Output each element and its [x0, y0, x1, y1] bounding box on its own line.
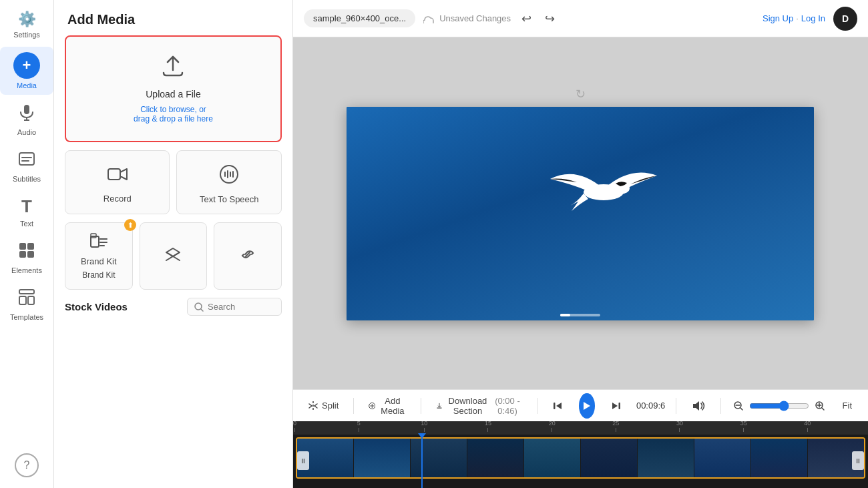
add-media-label: Add Media [379, 396, 406, 416]
text-icon: T [21, 196, 32, 217]
ruler-tick-5: 5 [357, 421, 361, 432]
video-frame [347, 107, 814, 320]
divider-1 [353, 398, 354, 414]
play-icon [582, 401, 592, 411]
add-media-button[interactable]: Add Media [365, 393, 410, 419]
sidebar-item-media[interactable]: + Media [0, 47, 53, 95]
sidebar-label-settings: Settings [13, 31, 40, 39]
clip-frame-2 [354, 439, 410, 477]
bird-image [544, 152, 664, 232]
video-progress-fill [560, 314, 570, 316]
upload-title: Upload a File [146, 89, 201, 99]
timeline-clip[interactable] [296, 437, 865, 479]
audio-icon [17, 103, 36, 126]
clip-end-handle[interactable]: ⏸ [852, 451, 864, 470]
svg-rect-29 [437, 407, 441, 408]
text-to-speech-label: Text To Speech [200, 194, 259, 204]
sidebar-item-elements[interactable]: Elements [0, 236, 53, 280]
zoom-out-button[interactable] [732, 399, 745, 413]
svg-rect-0 [24, 105, 29, 114]
record-icon [107, 165, 128, 188]
svg-rect-10 [19, 290, 34, 294]
sidebar-item-subtitles[interactable]: Subtitles [0, 144, 53, 188]
clip-frame-4 [467, 439, 523, 477]
dropbox-card[interactable] [140, 222, 208, 290]
svg-line-38 [822, 408, 824, 410]
settings-icon: ⚙️ [18, 11, 36, 28]
skip-forward-button[interactable] [606, 398, 626, 414]
sidebar-item-text[interactable]: T Text [0, 191, 53, 233]
svg-rect-7 [27, 243, 34, 250]
upload-browse-link[interactable]: browse [169, 105, 195, 114]
ruler-tick-20: 20 [549, 421, 556, 432]
video-frame-container: ↻ [347, 107, 814, 320]
time-display: 00:09:6 [636, 401, 665, 411]
dropbox-icon [164, 245, 182, 268]
divider-4 [676, 398, 676, 414]
zoom-controls [732, 399, 827, 413]
upload-icon [160, 54, 186, 83]
svg-rect-6 [19, 243, 26, 250]
panel-content: Upload a File Click to browse, ordrag & … [54, 35, 292, 488]
media-icon: + [13, 52, 40, 79]
svg-rect-9 [27, 251, 34, 258]
skip-forward-icon [610, 401, 622, 411]
upgrade-badge: ⬆ [124, 219, 136, 231]
help-button[interactable]: ? [15, 453, 39, 477]
user-avatar[interactable]: D [833, 7, 857, 31]
elements-icon [17, 241, 36, 264]
fit-button[interactable]: Fit [837, 398, 857, 413]
ruler-tick-0: 0 [293, 421, 296, 432]
sign-up-link[interactable]: Sign Up [763, 13, 793, 23]
ruler-tick-25: 25 [612, 421, 619, 432]
upload-file-box[interactable]: Upload a File Click to browse, ordrag & … [65, 35, 282, 142]
svg-rect-8 [19, 251, 26, 258]
volume-button[interactable] [687, 398, 710, 414]
download-section-button[interactable]: Download Section (0:00 - 0:46) [432, 393, 526, 419]
zoom-out-icon [733, 401, 744, 411]
volume-icon [691, 401, 706, 411]
search-icon [194, 302, 204, 312]
stock-search-box[interactable] [187, 298, 282, 316]
divider-5 [720, 398, 721, 414]
redo-button[interactable]: ↪ [542, 9, 558, 29]
zoom-slider-input[interactable] [749, 401, 809, 411]
sidebar-item-audio[interactable]: Audio [0, 97, 53, 142]
sidebar-label-media: Media [17, 81, 37, 89]
templates-icon [17, 288, 36, 310]
clip-frame-5 [524, 439, 580, 477]
sidebar-label-elements: Elements [11, 266, 42, 274]
clip-start-handle[interactable]: ⏸ [297, 451, 309, 470]
svg-rect-12 [28, 296, 34, 304]
undo-button[interactable]: ↩ [519, 9, 534, 29]
unsaved-status: Unsaved Changes [423, 13, 511, 23]
link-card[interactable] [214, 222, 282, 290]
log-in-link[interactable]: Log In [801, 13, 825, 23]
record-label: Record [103, 194, 132, 204]
timeline-track[interactable]: ⏸ ⏸ [296, 437, 865, 484]
split-label: Split [322, 401, 339, 411]
split-button[interactable]: Split [304, 398, 343, 414]
brand-kit-icon [89, 232, 108, 252]
zoom-in-icon [815, 401, 825, 411]
subtitles-icon [17, 150, 36, 172]
zoom-in-button[interactable] [813, 399, 827, 413]
record-card[interactable]: Record [65, 150, 170, 214]
brand-kit-card[interactable]: ⬆ Brand Kit Brand Kit [65, 222, 133, 290]
ruler-tick-30: 30 [676, 421, 683, 432]
text-to-speech-card[interactable]: Text To Speech [176, 150, 282, 214]
sidebar: ⚙️ Settings + Media Audio Subtitles T Te… [0, 0, 54, 488]
sidebar-item-settings[interactable]: ⚙️ Settings [0, 5, 53, 44]
brand-kit-text: Brand Kit [82, 270, 115, 280]
upload-subtitle: Click to browse, ordrag & drop a file he… [134, 105, 213, 124]
stock-search-input[interactable] [208, 302, 274, 312]
sidebar-label-text: Text [20, 220, 33, 228]
extras-grid: ⬆ Brand Kit Brand Kit [65, 222, 282, 290]
play-button[interactable] [579, 393, 595, 419]
sidebar-item-templates[interactable]: Templates [0, 282, 53, 326]
download-label: Download Section [446, 396, 489, 416]
auth-separator: · [796, 13, 799, 23]
skip-back-button[interactable] [548, 398, 568, 414]
video-progress-bar [560, 314, 600, 316]
skip-back-icon [552, 401, 564, 411]
